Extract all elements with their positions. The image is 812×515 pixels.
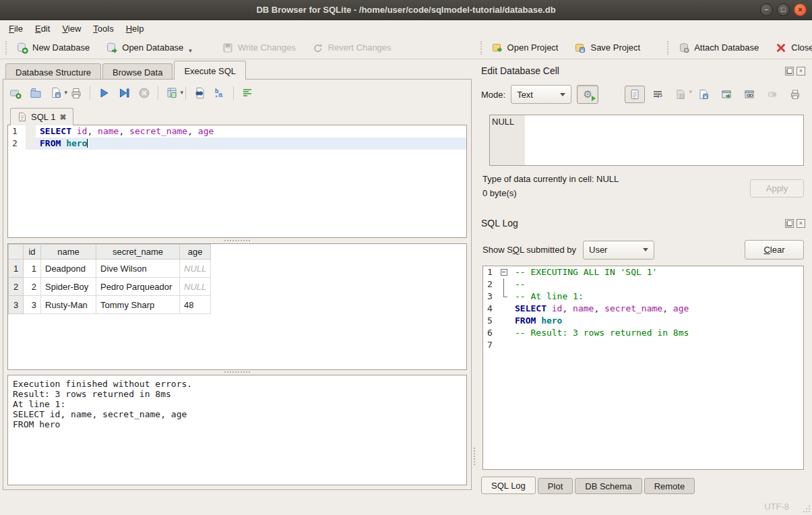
row-header[interactable]: 3 (9, 296, 24, 314)
results-view-dropdown-icon[interactable]: ▾ (180, 89, 183, 101)
message-line: Execution finished without errors. (13, 379, 462, 389)
bottom-tab-db-schema[interactable]: DB Schema (575, 478, 642, 494)
open-database-dropdown-icon[interactable]: ▾ (189, 47, 192, 54)
save-project-label: Save Project (590, 42, 640, 53)
new-database-button[interactable]: New Database (11, 39, 95, 57)
gear-icon: ⚙ (583, 88, 592, 100)
results-grid[interactable]: idnamesecret_nameage11DeadpondDive Wilso… (7, 243, 467, 370)
submitter-select[interactable]: User (583, 241, 654, 260)
cell-secret_name[interactable]: Pedro Parqueador (96, 278, 180, 296)
close-dock-icon[interactable]: × (797, 219, 805, 228)
open-database-button[interactable]: Open Database ▾ (100, 39, 197, 57)
replace-button[interactable]: ba (213, 86, 226, 100)
open-in-external-button[interactable] (716, 86, 737, 103)
cell-id[interactable]: 2 (24, 278, 41, 296)
row-header[interactable]: 1 (9, 260, 24, 278)
write-changes-button[interactable]: Write Changes (216, 39, 301, 57)
bottom-tab-plot[interactable]: Plot (538, 478, 573, 494)
column-header-name[interactable]: name (41, 245, 96, 260)
text-mode-button[interactable] (625, 86, 645, 103)
execute-line-button[interactable] (117, 86, 131, 100)
cell-name[interactable]: Rusty-Man (41, 296, 96, 314)
close-button[interactable]: × (794, 3, 807, 16)
attach-database-button[interactable]: Attach Database (673, 39, 764, 57)
menu-edit[interactable]: Edit (29, 22, 56, 36)
menu-tools[interactable]: Tools (87, 22, 119, 36)
menu-file[interactable]: File (3, 22, 29, 36)
tab-database-structure[interactable]: Database Structure (5, 63, 101, 80)
cell-age[interactable]: NULL (180, 260, 211, 278)
cell-id[interactable]: 1 (24, 260, 41, 278)
close-database-label: Close Database (791, 42, 812, 53)
set-null-button[interactable] (762, 86, 782, 103)
open-results-view-button[interactable]: ▾ (165, 86, 179, 100)
main-toolbar: New Database Open Database ▾ Write Chang… (0, 36, 812, 59)
toolbar-grip[interactable] (5, 41, 7, 55)
close-dock-icon[interactable]: × (797, 67, 805, 75)
table-row[interactable]: 11DeadpondDive WilsonNULL (9, 260, 211, 278)
tab-execute-sql[interactable]: Execute SQL (174, 61, 246, 80)
fold-marker-icon[interactable] (499, 266, 511, 278)
open-sql-tab-button[interactable] (9, 86, 22, 100)
mode-value: Text (517, 90, 555, 100)
save-sql-dropdown-icon[interactable]: ▾ (64, 89, 67, 101)
export-cell-button[interactable] (693, 86, 714, 103)
revert-changes-button[interactable]: Revert Changes (307, 39, 397, 57)
print-cell-button[interactable] (785, 86, 805, 103)
format-sql-button[interactable] (241, 86, 254, 100)
close-tab-icon[interactable]: ✖ (59, 113, 66, 122)
cell-secret_name[interactable]: Dive Wilson (96, 260, 180, 278)
code-line-2: 2-- (483, 278, 803, 291)
row-header[interactable]: 2 (9, 278, 24, 296)
cell-age[interactable]: 48 (180, 296, 211, 314)
execution-message: Execution finished without errors.Result… (7, 375, 467, 485)
column-header-id[interactable]: id (24, 245, 41, 260)
cell-id[interactable]: 3 (24, 296, 41, 314)
sql-1-tab[interactable]: SQL 1 ✖ (10, 108, 73, 125)
toolbar-grip[interactable] (667, 41, 668, 55)
code-line-3: 3-- At line 1: (483, 291, 803, 303)
maximize-button[interactable]: □ (777, 3, 790, 16)
column-header-secret_name[interactable]: secret_name (96, 245, 180, 260)
mode-select[interactable]: Text (511, 85, 571, 104)
find-button[interactable] (193, 86, 206, 100)
corner-header[interactable] (9, 245, 24, 260)
tab-browse-data[interactable]: Browse Data (102, 63, 173, 80)
minimize-button[interactable]: − (760, 3, 773, 16)
table-row[interactable]: 22Spider-BoyPedro ParqueadorNULL (9, 278, 211, 296)
column-header-age[interactable]: age (180, 245, 211, 260)
cell-name[interactable]: Deadpond (41, 260, 96, 278)
clear-log-button[interactable]: Clear (745, 240, 804, 260)
open-sql-file-button[interactable] (29, 86, 42, 100)
resize-grip[interactable] (802, 504, 810, 512)
cell-name[interactable]: Spider-Boy (41, 278, 96, 296)
cell-age[interactable]: NULL (180, 278, 211, 296)
editor-results-splitter[interactable] (7, 239, 467, 243)
table-row[interactable]: 33Rusty-ManTommy Sharp48 (9, 296, 211, 314)
float-dock-icon[interactable] (785, 219, 794, 228)
bottom-tab-remote[interactable]: Remote (644, 478, 695, 494)
import-cell-button[interactable]: ▾ (670, 86, 691, 103)
close-database-button[interactable]: Close Database (770, 39, 812, 57)
results-message-splitter[interactable] (7, 370, 467, 375)
auto-apply-button[interactable]: ⚙ (577, 85, 598, 104)
save-sql-file-button[interactable]: ▾ (49, 86, 63, 100)
cell-value-editor[interactable]: NULL (489, 115, 804, 166)
open-project-button[interactable]: Open Project (486, 39, 564, 57)
word-wrap-button[interactable] (648, 86, 668, 103)
stop-execution-button[interactable] (137, 86, 151, 100)
execute-all-button[interactable] (97, 86, 111, 100)
print-sql-button[interactable] (69, 86, 83, 100)
panel-splitter[interactable] (473, 59, 476, 497)
menu-view[interactable]: View (56, 22, 87, 36)
copy-link-button[interactable] (739, 86, 759, 103)
sql-log-view[interactable]: 1-- EXECUTING ALL IN 'SQL 1'2--3-- At li… (482, 266, 804, 470)
sql-editor[interactable]: 1SELECT id, name, secret_name, age2FROM … (7, 125, 467, 238)
save-project-button[interactable]: Save Project (569, 39, 646, 57)
cell-secret_name[interactable]: Tommy Sharp (96, 296, 180, 314)
float-dock-icon[interactable] (785, 67, 794, 75)
toolbar-grip[interactable] (480, 41, 482, 55)
bottom-tab-sql-log[interactable]: SQL Log (481, 477, 536, 494)
apply-button[interactable]: Apply (750, 179, 804, 198)
menu-help[interactable]: Help (120, 22, 150, 36)
